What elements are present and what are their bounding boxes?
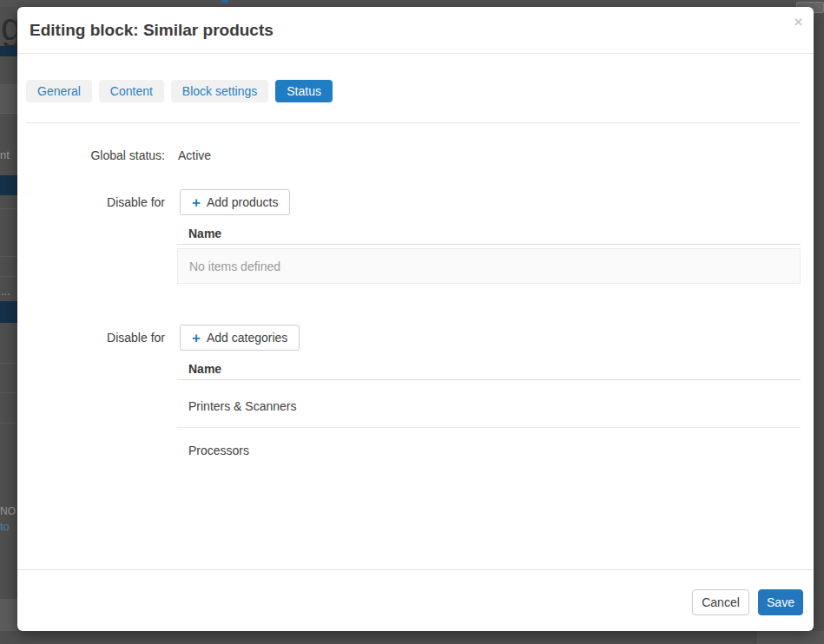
background-divider <box>0 392 17 393</box>
categories-table-header-border <box>177 379 801 380</box>
screen: g nt ... NO to Editing block: Similar pr… <box>0 0 824 644</box>
background-bottom-right <box>756 631 824 644</box>
background-panel <box>0 84 17 113</box>
tab-bar: General Content Block settings Status <box>26 80 333 102</box>
background-topbar <box>0 0 824 7</box>
background-navy-bar <box>0 301 17 323</box>
plus-icon: + <box>192 331 201 345</box>
modal-title: Editing block: Similar products <box>30 21 274 40</box>
tab-status[interactable]: Status <box>275 80 333 102</box>
tab-block-settings[interactable]: Block settings <box>171 80 268 102</box>
category-row: Processors <box>188 444 249 457</box>
background-bottom-band <box>0 599 17 631</box>
background-text-fragment: ... <box>1 285 18 298</box>
background-divider <box>0 113 17 114</box>
background-heading-fragment: g <box>1 7 18 47</box>
category-row: Printers & Scanners <box>188 399 297 413</box>
global-status-label: Global status: <box>17 148 165 162</box>
background-divider <box>0 256 17 257</box>
tab-general[interactable]: General <box>26 80 92 102</box>
category-row-border <box>177 427 801 428</box>
background-accent-tick <box>221 0 228 3</box>
background-divider <box>0 276 17 277</box>
cancel-button[interactable]: Cancel <box>692 589 749 615</box>
global-status-value: Active <box>178 148 211 162</box>
add-categories-button[interactable]: + Add categories <box>180 325 300 351</box>
edit-block-modal: Editing block: Similar products ✕ Genera… <box>17 7 814 631</box>
modal-footer: Cancel Save <box>17 569 814 631</box>
background-navy-bar <box>0 46 17 56</box>
add-products-label: Add products <box>207 195 279 209</box>
modal-header: Editing block: Similar products ✕ <box>17 7 814 54</box>
background-divider <box>0 363 17 364</box>
disable-products-label: Disable for <box>17 195 165 209</box>
products-table-header: Name <box>188 227 221 240</box>
add-products-button[interactable]: + Add products <box>180 189 290 215</box>
tabs-divider <box>26 122 801 123</box>
tab-content[interactable]: Content <box>99 80 164 102</box>
background-text-fragment: NO <box>0 505 17 517</box>
background-link-fragment: to <box>0 520 17 533</box>
products-table-header-border <box>177 244 801 245</box>
background-navy-bar <box>0 175 17 195</box>
close-icon[interactable]: ✕ <box>794 16 803 29</box>
disable-categories-label: Disable for <box>17 331 165 345</box>
background-text-fragment: nt <box>0 148 17 161</box>
plus-icon: + <box>192 195 201 210</box>
products-empty-state: No items defined <box>177 248 801 284</box>
background-divider <box>0 423 17 424</box>
categories-table-header: Name <box>188 362 221 376</box>
background-divider <box>755 631 756 644</box>
add-categories-label: Add categories <box>207 331 287 345</box>
background-divider <box>0 208 17 209</box>
save-button[interactable]: Save <box>758 589 803 615</box>
